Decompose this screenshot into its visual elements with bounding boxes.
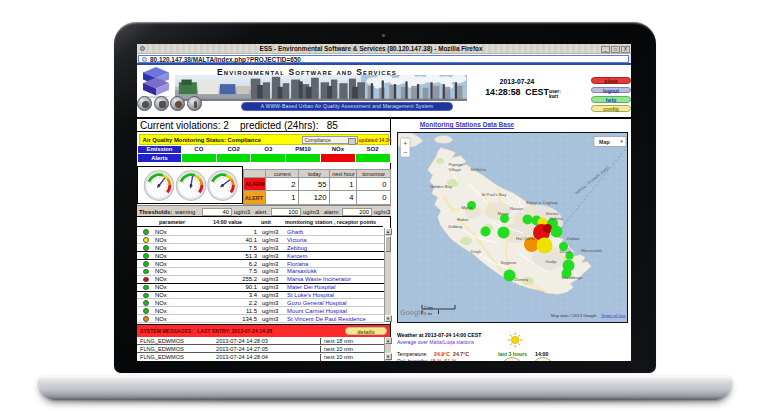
svg-text:Bahar ic-Caghaq: Bahar ic-Caghaq (526, 200, 558, 205)
svg-text:Zurrieq: Zurrieq (514, 277, 528, 282)
svg-text:Village: Village (448, 167, 461, 172)
svg-text:Siggiewi: Siggiewi (500, 260, 516, 265)
svg-text:Mgarr: Mgarr (461, 205, 473, 210)
svg-text:Terms of Use: Terms of Use (601, 313, 626, 318)
svg-text:Map data ©2013 Google: Map data ©2013 Google (551, 313, 597, 318)
svg-text:Marsaxlokk: Marsaxlokk (581, 248, 603, 253)
svg-text:Zebbug: Zebbug (448, 224, 463, 229)
svg-text:1 mi: 1 mi (424, 311, 432, 316)
svg-text:Dingli: Dingli (470, 249, 481, 254)
svg-text:Google: Google (400, 309, 424, 317)
svg-text:Zejtun: Zejtun (559, 249, 571, 254)
svg-text:Birzebbuga: Birzebbuga (561, 275, 583, 280)
svg-text:Mellieha: Mellieha (470, 167, 486, 172)
svg-text:Zabbar: Zabbar (566, 236, 580, 241)
svg-text:+: + (403, 140, 407, 147)
svg-text:St Paul's Bay: St Paul's Bay (481, 192, 507, 197)
svg-text:Map: Map (599, 139, 610, 145)
svg-text:Mosta: Mosta (497, 211, 509, 216)
svg-text:Gudja: Gudja (545, 259, 557, 264)
svg-text:Rabat: Rabat (457, 217, 469, 222)
svg-text:Hal Qormi: Hal Qormi (516, 236, 535, 241)
svg-text:Naxxar: Naxxar (510, 206, 524, 211)
svg-text:Valletta: Valletta (549, 216, 563, 221)
svg-text:2 km: 2 km (424, 305, 434, 310)
svg-text:−: − (403, 149, 407, 156)
svg-text:Golden Bay: Golden Bay (430, 184, 453, 189)
